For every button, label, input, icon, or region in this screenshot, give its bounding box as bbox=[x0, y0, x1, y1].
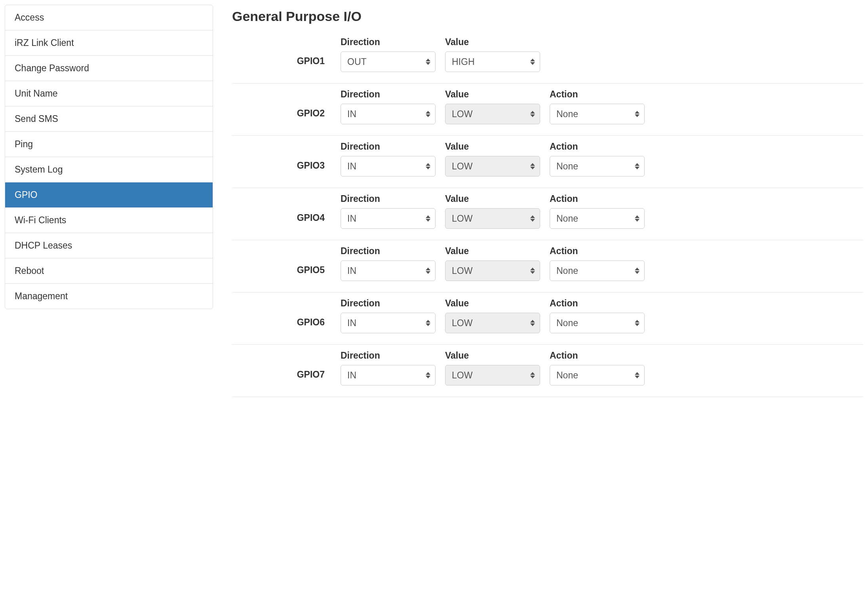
value-select[interactable]: HIGH bbox=[445, 51, 540, 72]
sidebar-item-label: Management bbox=[15, 291, 68, 301]
sidebar-item-system-log[interactable]: System Log bbox=[5, 157, 213, 182]
direction-value: IN bbox=[347, 213, 356, 224]
select-caret-icon bbox=[426, 59, 430, 65]
action-value: None bbox=[556, 161, 578, 172]
action-select[interactable]: None bbox=[550, 313, 645, 333]
gpio-row: GPIO5DirectionINValueLOWActionNone bbox=[232, 240, 863, 293]
action-field: ActionNone bbox=[550, 350, 645, 386]
direction-header: Direction bbox=[341, 298, 436, 309]
value-header: Value bbox=[445, 246, 540, 256]
action-select[interactable]: None bbox=[550, 260, 645, 281]
gpio-row-label: GPIO1 bbox=[232, 42, 331, 66]
value-value: HIGH bbox=[452, 57, 475, 67]
direction-select[interactable]: OUT bbox=[341, 51, 436, 72]
action-header: Action bbox=[550, 194, 645, 204]
sidebar-item-label: System Log bbox=[15, 164, 63, 175]
value-field: ValueLOW bbox=[445, 89, 540, 124]
direction-value: IN bbox=[347, 266, 356, 276]
value-field: ValueHIGH bbox=[445, 37, 540, 72]
action-value: None bbox=[556, 318, 578, 329]
action-select[interactable]: None bbox=[550, 365, 645, 386]
direction-select[interactable]: IN bbox=[341, 260, 436, 281]
action-select[interactable]: None bbox=[550, 208, 645, 229]
gpio-row-label: GPIO4 bbox=[232, 199, 331, 223]
select-caret-icon bbox=[635, 163, 640, 169]
select-caret-icon bbox=[635, 215, 640, 222]
action-select[interactable]: None bbox=[550, 156, 645, 177]
direction-select[interactable]: IN bbox=[341, 313, 436, 333]
gpio-row: GPIO2DirectionINValueLOWActionNone bbox=[232, 84, 863, 136]
value-select: LOW bbox=[445, 156, 540, 177]
gpio-row-label: GPIO2 bbox=[232, 95, 331, 119]
gpio-row-label: GPIO7 bbox=[232, 356, 331, 380]
value-field: ValueLOW bbox=[445, 194, 540, 229]
value-value: LOW bbox=[452, 213, 472, 224]
sidebar-item-wi-fi-clients[interactable]: Wi-Fi Clients bbox=[5, 208, 213, 233]
value-value: LOW bbox=[452, 266, 472, 276]
direction-header: Direction bbox=[341, 141, 436, 152]
direction-select[interactable]: IN bbox=[341, 208, 436, 229]
value-header: Value bbox=[445, 350, 540, 361]
action-field: ActionNone bbox=[550, 89, 645, 124]
gpio-row-label: GPIO6 bbox=[232, 304, 331, 328]
sidebar-item-irz-link-client[interactable]: iRZ Link Client bbox=[5, 30, 213, 56]
direction-value: IN bbox=[347, 318, 356, 329]
direction-field: DirectionIN bbox=[341, 298, 436, 333]
gpio-row-label: GPIO3 bbox=[232, 147, 331, 171]
value-value: LOW bbox=[452, 109, 472, 120]
sidebar-item-label: Send SMS bbox=[15, 114, 58, 124]
direction-field: DirectionIN bbox=[341, 89, 436, 124]
sidebar: AccessiRZ Link ClientChange PasswordUnit… bbox=[5, 5, 213, 309]
value-header: Value bbox=[445, 89, 540, 100]
direction-field: DirectionIN bbox=[341, 141, 436, 177]
direction-select[interactable]: IN bbox=[341, 104, 436, 124]
sidebar-item-label: Ping bbox=[15, 139, 33, 149]
direction-header: Direction bbox=[341, 350, 436, 361]
sidebar-item-ping[interactable]: Ping bbox=[5, 132, 213, 157]
action-header: Action bbox=[550, 246, 645, 256]
select-caret-icon bbox=[530, 59, 535, 65]
direction-value: OUT bbox=[347, 57, 367, 67]
direction-field: DirectionIN bbox=[341, 350, 436, 386]
action-field: ActionNone bbox=[550, 141, 645, 177]
sidebar-item-access[interactable]: Access bbox=[5, 5, 213, 30]
direction-value: IN bbox=[347, 109, 356, 120]
sidebar-item-dhcp-leases[interactable]: DHCP Leases bbox=[5, 233, 213, 258]
value-field: ValueLOW bbox=[445, 350, 540, 386]
sidebar-item-management[interactable]: Management bbox=[5, 284, 213, 309]
select-caret-icon bbox=[426, 215, 430, 222]
sidebar-item-change-password[interactable]: Change Password bbox=[5, 56, 213, 81]
sidebar-item-label: Wi-Fi Clients bbox=[15, 215, 66, 225]
select-caret-icon bbox=[530, 215, 535, 222]
sidebar-item-label: Reboot bbox=[15, 266, 44, 276]
sidebar-item-label: Unit Name bbox=[15, 88, 58, 99]
gpio-row: GPIO6DirectionINValueLOWActionNone bbox=[232, 293, 863, 345]
value-select: LOW bbox=[445, 313, 540, 333]
sidebar-item-label: DHCP Leases bbox=[15, 240, 72, 251]
value-value: LOW bbox=[452, 161, 472, 172]
sidebar-item-unit-name[interactable]: Unit Name bbox=[5, 81, 213, 106]
direction-value: IN bbox=[347, 161, 356, 172]
action-select[interactable]: None bbox=[550, 104, 645, 124]
value-field: ValueLOW bbox=[445, 298, 540, 333]
select-caret-icon bbox=[426, 111, 430, 117]
sidebar-item-reboot[interactable]: Reboot bbox=[5, 258, 213, 284]
gpio-row: GPIO4DirectionINValueLOWActionNone bbox=[232, 188, 863, 240]
select-caret-icon bbox=[426, 268, 430, 274]
direction-field: DirectionIN bbox=[341, 194, 436, 229]
page-title: General Purpose I/O bbox=[232, 9, 863, 24]
select-caret-icon bbox=[530, 320, 535, 326]
value-header: Value bbox=[445, 298, 540, 309]
select-caret-icon bbox=[530, 163, 535, 169]
action-header: Action bbox=[550, 141, 645, 152]
direction-select[interactable]: IN bbox=[341, 156, 436, 177]
direction-select[interactable]: IN bbox=[341, 365, 436, 386]
direction-value: IN bbox=[347, 370, 356, 381]
sidebar-item-send-sms[interactable]: Send SMS bbox=[5, 106, 213, 132]
action-value: None bbox=[556, 370, 578, 381]
direction-header: Direction bbox=[341, 89, 436, 100]
action-field: ActionNone bbox=[550, 194, 645, 229]
sidebar-item-gpio[interactable]: GPIO bbox=[5, 182, 213, 208]
direction-header: Direction bbox=[341, 246, 436, 256]
select-caret-icon bbox=[635, 268, 640, 274]
